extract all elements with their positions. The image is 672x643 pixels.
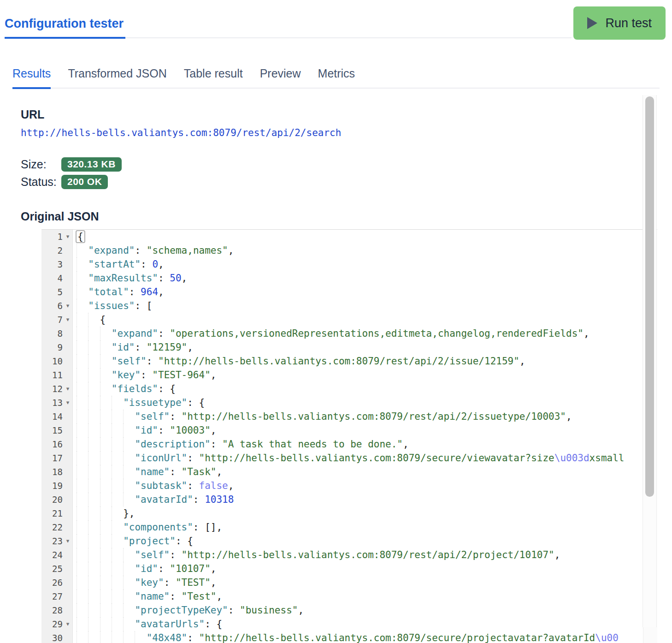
indent-guide bbox=[100, 562, 112, 576]
page-scrollbar[interactable] bbox=[643, 95, 657, 627]
line-gutter: 11 bbox=[41, 368, 73, 382]
token-key: "id" bbox=[112, 342, 135, 353]
token-punc: : bbox=[141, 259, 152, 270]
indent-guide bbox=[88, 534, 100, 548]
fold-arrow-icon[interactable]: ▾ bbox=[63, 382, 73, 396]
size-row: Size: 320.13 KB bbox=[21, 157, 672, 172]
code-line: 8"expand": "operations,versionedRepresen… bbox=[41, 327, 643, 340]
indent-guide bbox=[77, 244, 88, 257]
code-line: 9"id": "12159", bbox=[41, 340, 643, 354]
indent-guide bbox=[100, 534, 112, 548]
token-punc: , bbox=[158, 259, 164, 270]
indent-guide bbox=[77, 313, 88, 327]
indent-guide bbox=[88, 437, 100, 451]
code-text: "name": "Task", bbox=[73, 465, 222, 479]
indent-guide bbox=[77, 437, 88, 451]
token-key: "name" bbox=[135, 466, 170, 477]
code-text: "self": "http://hells-bells.valiantys.co… bbox=[73, 410, 572, 423]
line-number: 16 bbox=[52, 437, 63, 451]
line-gutter: 15 bbox=[41, 423, 73, 437]
token-punc: : [ bbox=[135, 300, 152, 311]
indent-guide bbox=[77, 576, 88, 589]
indent-guide bbox=[112, 520, 123, 534]
line-number: 19 bbox=[52, 479, 63, 493]
token-atom: \u00 bbox=[595, 632, 619, 643]
code-line: 18"name": "Task", bbox=[41, 465, 643, 479]
token-key: "self" bbox=[112, 356, 147, 367]
fold-arrow-icon[interactable]: ▾ bbox=[63, 313, 73, 327]
code-line: 2"expand": "schema,names", bbox=[41, 244, 643, 257]
token-punc: , bbox=[182, 273, 188, 284]
indent-guide bbox=[77, 520, 88, 534]
indent-guide bbox=[77, 465, 88, 479]
tab-table-result[interactable]: Table result bbox=[184, 67, 243, 88]
token-num: 0 bbox=[152, 259, 158, 270]
token-str: xsmall bbox=[589, 452, 625, 464]
token-punc: : [], bbox=[193, 522, 222, 533]
token-punc: , bbox=[211, 563, 217, 574]
line-gutter: 12▾ bbox=[41, 382, 73, 396]
token-punc: : { bbox=[205, 619, 222, 630]
tab-metrics[interactable]: Metrics bbox=[318, 67, 355, 88]
line-number: 21 bbox=[52, 506, 63, 520]
indent-guide bbox=[112, 493, 123, 506]
fold-arrow-icon[interactable]: ▾ bbox=[63, 617, 73, 631]
results-panel: URL http://hells-bells.valiantys.com:807… bbox=[0, 108, 672, 643]
token-punc: , bbox=[298, 605, 304, 616]
indent-guide bbox=[100, 340, 112, 354]
token-punc: : bbox=[147, 356, 158, 367]
code-text: "id": "10003", bbox=[73, 423, 216, 437]
token-punc: : bbox=[158, 328, 170, 339]
line-gutter: 26 bbox=[41, 576, 73, 589]
code-line: 20"avatarId": 10318 bbox=[41, 493, 643, 506]
token-punc: { bbox=[100, 314, 106, 325]
indent-guide bbox=[88, 327, 100, 340]
indent-guide bbox=[100, 437, 112, 451]
fold-arrow-icon[interactable]: ▾ bbox=[63, 230, 73, 244]
token-punc: , bbox=[566, 411, 572, 422]
line-gutter: 17 bbox=[41, 451, 73, 465]
token-atom: \u003d bbox=[554, 452, 589, 464]
indent-guide bbox=[112, 562, 123, 576]
token-key: "description" bbox=[135, 439, 210, 450]
run-test-button[interactable]: Run test bbox=[573, 6, 666, 40]
code-line: 15"id": "10003", bbox=[41, 423, 643, 437]
tab-preview[interactable]: Preview bbox=[260, 67, 301, 88]
token-key: "avatarUrls" bbox=[135, 619, 205, 630]
token-punc: : bbox=[170, 411, 181, 422]
code-line: 27"name": "Test", bbox=[41, 589, 643, 603]
indent-guide bbox=[77, 631, 88, 643]
indent-guide bbox=[100, 493, 112, 506]
fold-arrow-icon[interactable]: ▾ bbox=[63, 534, 73, 548]
request-url-link[interactable]: http://hells-bells.valiantys.com:8079/re… bbox=[21, 127, 341, 138]
token-key: "name" bbox=[135, 591, 170, 602]
indent-guide bbox=[123, 479, 135, 493]
fold-arrow-icon[interactable]: ▾ bbox=[63, 299, 73, 313]
indent-guide bbox=[123, 437, 135, 451]
indent-guide bbox=[100, 506, 112, 520]
token-str: "10107" bbox=[170, 563, 211, 574]
token-key: "key" bbox=[135, 577, 164, 588]
line-gutter: 20 bbox=[41, 493, 73, 506]
tab-results[interactable]: Results bbox=[12, 67, 51, 89]
line-gutter: 21 bbox=[41, 506, 73, 520]
indent-guide bbox=[77, 451, 88, 465]
run-test-label: Run test bbox=[605, 16, 652, 30]
indent-guide bbox=[88, 603, 100, 617]
fold-arrow-icon[interactable]: ▾ bbox=[63, 396, 73, 410]
token-key: "key" bbox=[112, 369, 141, 381]
token-key: "maxResults" bbox=[88, 273, 158, 284]
configuration-tester-link[interactable]: Configuration tester bbox=[5, 17, 125, 39]
token-num: 50 bbox=[170, 273, 181, 284]
indent-guide bbox=[100, 354, 112, 368]
code-text: "description": "A task that needs to be … bbox=[73, 437, 409, 451]
line-gutter: 19 bbox=[41, 479, 73, 493]
indent-guide bbox=[100, 396, 112, 410]
indent-guide bbox=[100, 603, 112, 617]
token-punc: : bbox=[187, 480, 199, 491]
page-scrollbar-thumb[interactable] bbox=[645, 96, 654, 497]
code-text: "project": { bbox=[73, 534, 193, 548]
token-key: "id" bbox=[135, 563, 158, 574]
line-gutter: 7▾ bbox=[41, 313, 73, 327]
tab-transformed-json[interactable]: Transformed JSON bbox=[68, 67, 166, 88]
